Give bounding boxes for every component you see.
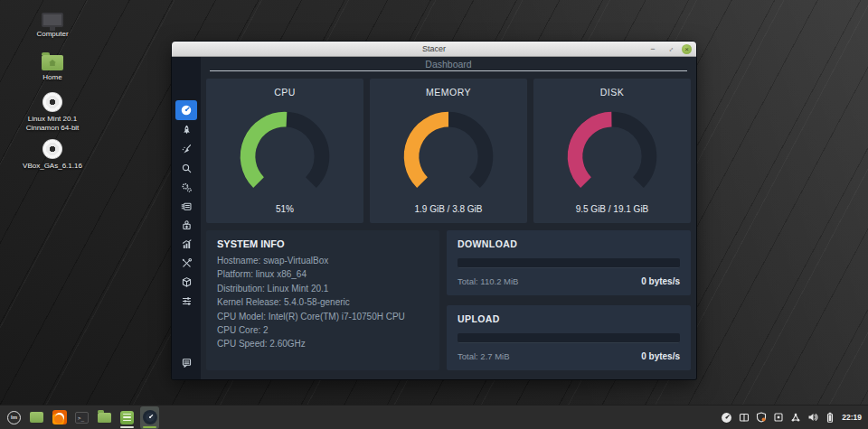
system-info-title: SYSTEM INFO: [217, 238, 429, 249]
gauge-value: 51%: [276, 204, 294, 214]
show-desktop-button[interactable]: [27, 406, 46, 429]
gauge-title: CPU: [274, 87, 296, 98]
download-total: Total: 110.2 MiB: [458, 276, 518, 286]
sidebar-item-helpers[interactable]: [175, 254, 198, 273]
page-title: Dashboard: [425, 59, 471, 70]
taskbar-clock[interactable]: 22:19: [842, 413, 862, 422]
helpers-tools-icon: [181, 257, 193, 269]
stacer-tray-icon[interactable]: [721, 412, 732, 424]
sidebar: [172, 57, 201, 379]
dashboard-content: Dashboard CPU 51% MEMORY: [201, 57, 696, 379]
desktop-icon-vbox-ga[interactable]: VBox_GAs_6.1.16: [17, 139, 88, 171]
files-folder-icon: [98, 413, 111, 423]
computer-icon: [42, 13, 63, 27]
sidebar-item-startup-apps[interactable]: [175, 121, 198, 140]
desktop-icon-home[interactable]: Home: [17, 51, 88, 82]
download-title: DOWNLOAD: [458, 238, 680, 249]
desktop-icon-linux-mint-iso[interactable]: Linux Mint 20.1 Cinnamon 64-bit: [17, 92, 88, 133]
gauge-title: MEMORY: [426, 87, 471, 98]
stacer-window: Stacer − ↔ ×: [172, 42, 696, 379]
network-icon[interactable]: [790, 412, 801, 423]
disc-icon: [42, 92, 62, 112]
home-folder-icon: [42, 55, 63, 70]
stacer-taskbar-button[interactable]: [140, 406, 159, 429]
system-info-panel: SYSTEM INFO Hostname: swap-VirtualBox Pl…: [206, 230, 439, 370]
desktop-icon-computer[interactable]: Computer: [17, 7, 88, 39]
titlebar[interactable]: Stacer − ↔ ×: [172, 42, 696, 57]
cpu-gauge: [227, 99, 343, 204]
firefox-button[interactable]: [50, 406, 69, 429]
sidebar-item-services[interactable]: [175, 178, 198, 197]
sidebar-item-processes[interactable]: [175, 197, 198, 216]
disc-icon: [42, 139, 62, 159]
upload-title: UPLOAD: [458, 313, 680, 324]
window-title: Stacer: [172, 44, 696, 53]
desktop-icon-label: VBox_GAs_6.1.16: [17, 162, 88, 171]
gauge-value: 9.5 GiB / 19.1 GiB: [576, 204, 649, 214]
system-info-distribution: Distribution: Linux Mint 20.1: [217, 282, 429, 295]
settings-sliders-icon: [181, 295, 193, 307]
resources-chart-icon: [181, 238, 193, 250]
desktop-icon-label: Computer: [17, 30, 88, 39]
software-manager-icon: [120, 411, 134, 424]
system-info-cpu-core: CPU Core: 2: [217, 323, 429, 337]
removable-media-icon[interactable]: [773, 412, 784, 423]
page-header: Dashboard: [210, 57, 687, 71]
maximize-button[interactable]: ↔: [665, 44, 675, 53]
files-button[interactable]: [95, 406, 114, 429]
upload-speed: 0 bytes/s: [641, 351, 680, 361]
dashboard-gauge-icon: [180, 104, 193, 117]
gauge-title: DISK: [600, 87, 625, 98]
uninstaller-icon: [181, 219, 193, 231]
sidebar-item-system-cleaner[interactable]: [175, 140, 198, 159]
sidebar-item-settings[interactable]: [175, 292, 198, 311]
processes-icon: [181, 201, 193, 212]
mint-menu-button[interactable]: lm: [5, 406, 24, 429]
terminal-button[interactable]: >_: [72, 406, 91, 429]
upload-card: UPLOAD Total: 2.7 MiB 0 bytes/s: [447, 305, 691, 370]
terminal-icon: >_: [75, 412, 89, 424]
sidebar-item-resources[interactable]: [175, 235, 198, 254]
battery-icon[interactable]: [825, 412, 835, 423]
minimize-button[interactable]: −: [647, 44, 658, 53]
firefox-icon: [52, 410, 67, 424]
feedback-message-icon: [181, 357, 193, 368]
taskbar: lm >_: [0, 405, 868, 429]
download-card: DOWNLOAD Total: 110.2 MiB 0 bytes/s: [447, 230, 691, 295]
system-info-hostname: Hostname: swap-VirtualBox: [217, 254, 429, 267]
system-info-platform: Platform: linux x86_64: [217, 267, 429, 281]
stacer-app-icon: [143, 410, 157, 424]
gauge-cards-row: CPU 51% MEMORY 1.9 GiB / 3.8 GiB: [206, 79, 691, 223]
sidebar-item-apt-repository[interactable]: [175, 273, 198, 292]
window-list-icon[interactable]: [739, 412, 750, 423]
show-desktop-icon: [30, 412, 43, 423]
update-shield-icon[interactable]: [756, 412, 767, 423]
software-manager-button[interactable]: [118, 406, 137, 429]
services-gears-icon: [181, 182, 193, 193]
upload-total: Total: 2.7 MiB: [458, 351, 510, 361]
mint-menu-icon: lm: [7, 411, 21, 424]
memory-gauge: [391, 99, 506, 204]
volume-icon[interactable]: [807, 412, 818, 423]
sidebar-item-uninstaller[interactable]: [175, 216, 198, 235]
upload-progressbar: [458, 333, 680, 343]
desktop-icon-label: Home: [17, 73, 88, 82]
cpu-gauge-card: CPU 51%: [206, 79, 363, 223]
apt-repository-package-icon: [181, 276, 193, 288]
system-info-kernel: Kernel Release: 5.4.0-58-generic: [217, 295, 429, 309]
disk-gauge: [554, 99, 670, 204]
system-info-cpu-model: CPU Model: Intel(R) Core(TM) i7-10750H C…: [217, 310, 429, 323]
startup-apps-rocket-icon: [181, 125, 193, 136]
desktop-icon-label: Linux Mint 20.1 Cinnamon 64-bit: [17, 115, 88, 133]
search-icon: [181, 163, 193, 174]
sidebar-item-dashboard[interactable]: [175, 100, 197, 120]
gauge-value: 1.9 GiB / 3.8 GiB: [414, 204, 482, 214]
sidebar-item-feedback[interactable]: [175, 353, 198, 372]
sidebar-item-search[interactable]: [175, 159, 198, 178]
system-cleaner-brush-icon: [181, 144, 193, 155]
download-speed: 0 bytes/s: [641, 276, 680, 286]
close-button[interactable]: ×: [682, 44, 692, 54]
memory-gauge-card: MEMORY 1.9 GiB / 3.8 GiB: [370, 79, 527, 223]
disk-gauge-card: DISK 9.5 GiB / 19.1 GiB: [533, 79, 691, 223]
download-progressbar: [458, 258, 680, 268]
